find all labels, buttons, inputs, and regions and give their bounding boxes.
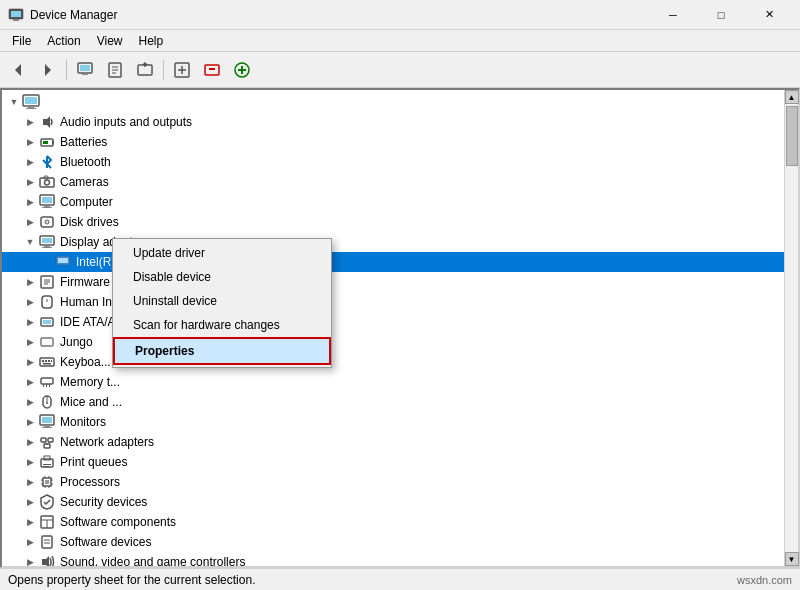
keyboards-toggle[interactable]: ▶ <box>22 354 38 370</box>
svg-rect-26 <box>26 108 36 109</box>
menu-help[interactable]: Help <box>131 30 172 52</box>
svg-rect-35 <box>42 197 52 203</box>
softwarecomponents-toggle[interactable]: ▶ <box>22 514 38 530</box>
svg-marker-3 <box>15 64 21 76</box>
menu-file[interactable]: File <box>4 30 39 52</box>
svg-rect-83 <box>45 480 49 484</box>
processors-label: Processors <box>60 475 120 489</box>
svg-rect-24 <box>25 97 37 104</box>
menu-action[interactable]: Action <box>39 30 88 52</box>
tree-item-batteries[interactable]: ▶ Batteries <box>2 132 784 152</box>
mice-toggle[interactable]: ▶ <box>22 394 38 410</box>
svg-rect-59 <box>48 360 50 362</box>
tree-item-mice[interactable]: ▶ Mice and ... <box>2 392 784 412</box>
device-manager-button[interactable] <box>71 56 99 84</box>
tree-item-audio[interactable]: ▶ Audio inputs and outputs <box>2 112 784 132</box>
context-menu-update-driver[interactable]: Update driver <box>113 241 331 265</box>
memory-toggle[interactable]: ▶ <box>22 374 38 390</box>
diskdrives-label: Disk drives <box>60 215 119 229</box>
svg-marker-27 <box>43 116 50 128</box>
menu-view[interactable]: View <box>89 30 131 52</box>
audio-toggle[interactable]: ▶ <box>22 114 38 130</box>
networkadapters-toggle[interactable]: ▶ <box>22 434 38 450</box>
root-toggle[interactable]: ▼ <box>6 94 22 110</box>
networkadapters-label: Network adapters <box>60 435 154 449</box>
scan-hardware-button[interactable] <box>168 56 196 84</box>
bluetooth-label: Bluetooth <box>60 155 111 169</box>
humaninterface-toggle[interactable]: ▶ <box>22 294 38 310</box>
firmware-label: Firmware <box>60 275 110 289</box>
svg-rect-64 <box>46 384 47 387</box>
properties-button[interactable] <box>101 56 129 84</box>
svg-rect-63 <box>43 384 44 387</box>
batteries-toggle[interactable]: ▶ <box>22 134 38 150</box>
soundvideo-toggle[interactable]: ▶ <box>22 554 38 566</box>
scroll-up-button[interactable]: ▲ <box>785 90 799 104</box>
diskdrives-toggle[interactable]: ▶ <box>22 214 38 230</box>
svg-rect-72 <box>42 427 52 428</box>
ideata-toggle[interactable]: ▶ <box>22 314 38 330</box>
scroll-down-button[interactable]: ▼ <box>785 552 799 566</box>
toolbar-separator-1 <box>66 60 67 80</box>
printqueues-icon <box>38 454 56 470</box>
update-driver-button[interactable] <box>131 56 159 84</box>
cameras-toggle[interactable]: ▶ <box>22 174 38 190</box>
tree-item-monitors[interactable]: ▶ Monitors <box>2 412 784 432</box>
forward-button[interactable] <box>34 56 62 84</box>
softwaredevices-toggle[interactable]: ▶ <box>22 534 38 550</box>
context-menu-uninstall-device[interactable]: Uninstall device <box>113 289 331 313</box>
securitydevices-toggle[interactable]: ▶ <box>22 494 38 510</box>
context-menu-properties[interactable]: Properties <box>113 337 331 365</box>
svg-rect-95 <box>42 536 52 548</box>
tree-item-networkadapters[interactable]: ▶ Network adapters <box>2 432 784 452</box>
context-menu-scan-hardware[interactable]: Scan for hardware changes <box>113 313 331 337</box>
tree-item-printqueues[interactable]: ▶ Print queues <box>2 452 784 472</box>
svg-point-68 <box>46 402 48 404</box>
soundvideo-label: Sound, video and game controllers <box>60 555 245 566</box>
tree-item-processors[interactable]: ▶ Processors <box>2 472 784 492</box>
scroll-thumb[interactable] <box>786 106 798 166</box>
tree-item-securitydevices[interactable]: ▶ Security devices <box>2 492 784 512</box>
tree-item-memory[interactable]: ▶ Memory t... <box>2 372 784 392</box>
keyboards-icon <box>38 354 56 370</box>
tree-item-softwaredevices[interactable]: ▶ Software devices <box>2 532 784 552</box>
securitydevices-label: Security devices <box>60 495 147 509</box>
processors-toggle[interactable]: ▶ <box>22 474 38 490</box>
intel-uhd-icon <box>54 254 72 270</box>
monitors-label: Monitors <box>60 415 106 429</box>
remove-device-button[interactable] <box>198 56 226 84</box>
tree-item-bluetooth[interactable]: ▶ Bluetooth <box>2 152 784 172</box>
tree-item-softwarecomponents[interactable]: ▶ Software components <box>2 512 784 532</box>
svg-rect-65 <box>49 384 50 387</box>
tree-item-computer[interactable]: ▶ Computer <box>2 192 784 212</box>
computer-toggle[interactable]: ▶ <box>22 194 38 210</box>
jungo-toggle[interactable]: ▶ <box>22 334 38 350</box>
context-menu-disable-device[interactable]: Disable device <box>113 265 331 289</box>
minimize-button[interactable]: ─ <box>650 0 696 30</box>
close-button[interactable]: ✕ <box>746 0 792 30</box>
maximize-button[interactable]: □ <box>698 0 744 30</box>
tree-root[interactable]: ▼ <box>2 92 784 112</box>
securitydevices-icon <box>38 494 56 510</box>
status-bar: Opens property sheet for the current sel… <box>0 568 800 590</box>
svg-marker-4 <box>45 64 51 76</box>
tree-item-diskdrives[interactable]: ▶ Disk drives <box>2 212 784 232</box>
firmware-toggle[interactable]: ▶ <box>22 274 38 290</box>
audio-label: Audio inputs and outputs <box>60 115 192 129</box>
tree-item-cameras[interactable]: ▶ Cameras <box>2 172 784 192</box>
softwaredevices-label: Software devices <box>60 535 151 549</box>
add-hardware-button[interactable] <box>228 56 256 84</box>
vertical-scrollbar[interactable]: ▲ ▼ <box>784 90 798 566</box>
firmware-icon <box>38 274 56 290</box>
svg-rect-54 <box>43 320 51 324</box>
tree-item-soundvideo[interactable]: ▶ Sound, video and game controllers <box>2 552 784 566</box>
monitors-toggle[interactable]: ▶ <box>22 414 38 430</box>
printqueues-toggle[interactable]: ▶ <box>22 454 38 470</box>
displayadapters-toggle[interactable]: ▼ <box>22 234 38 250</box>
back-button[interactable] <box>4 56 32 84</box>
bluetooth-toggle[interactable]: ▶ <box>22 154 38 170</box>
svg-marker-14 <box>142 62 148 65</box>
memory-label: Memory t... <box>60 375 120 389</box>
svg-rect-60 <box>51 360 52 362</box>
svg-rect-71 <box>44 425 50 427</box>
